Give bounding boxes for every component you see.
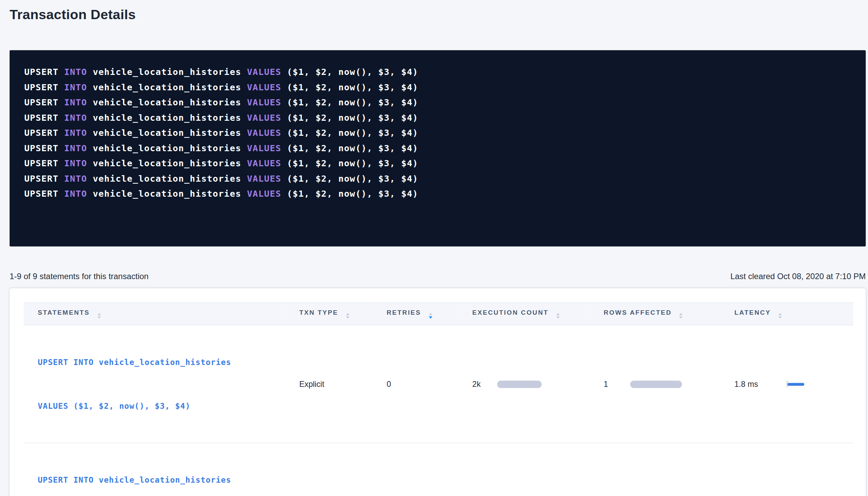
execution-count-cell: 2k [458,325,589,443]
statements-table: Statements Txn Type Retries Execution Co… [24,302,853,496]
table-header-row: Statements Txn Type Retries Execution Co… [24,303,853,325]
statement-link[interactable]: UPSERT INTO vehicle_location_histories V… [38,443,285,496]
column-header[interactable]: Txn Type [285,303,373,325]
sort-arrows-icon[interactable] [429,313,432,319]
sort-arrows-icon[interactable] [556,313,560,319]
column-header[interactable]: Rows Affected [590,303,720,325]
sql-statement-line: UPSERT INTO vehicle_location_histories V… [24,171,851,187]
sort-arrows-icon[interactable] [778,313,782,319]
sql-statement-line: UPSERT INTO vehicle_location_histories V… [24,141,851,156]
sort-arrows-icon[interactable] [346,313,349,319]
sort-arrows-icon[interactable] [97,313,101,319]
sql-statement-line: UPSERT INTO vehicle_location_histories V… [24,110,851,126]
statement-line-1: UPSERT INTO vehicle_location_histories [38,355,285,369]
statement-line-2: VALUES ($1, $2, now(), $3, $4) [38,399,285,414]
statements-table-card: Statements Txn Type Retries Execution Co… [10,288,866,496]
sort-desc-icon[interactable] [556,316,560,319]
sql-statement-line: UPSERT INTO vehicle_location_histories V… [24,156,851,172]
statements-count-text: 1-9 of 9 statements for this transaction [10,271,149,282]
sort-desc-icon[interactable] [97,316,101,319]
column-header-label: Txn Type [299,309,338,316]
column-header[interactable]: Retries [373,303,458,325]
sql-statement-line: UPSERT INTO vehicle_location_histories V… [24,65,851,80]
sort-asc-icon[interactable] [556,313,560,315]
retries-value: 0 [387,380,391,389]
sql-statement-box: UPSERT INTO vehicle_location_histories V… [10,50,866,247]
statement-link[interactable]: UPSERT INTO vehicle_location_histories V… [38,325,285,443]
column-header-label: Statements [38,309,90,316]
table-row: UPSERT INTO vehicle_location_histories V… [24,325,853,443]
latency-value: 1.8 ms [734,380,786,389]
sort-asc-icon[interactable] [429,313,432,315]
column-header[interactable]: Latency [720,303,853,325]
txn-type-value: Explicit [299,380,324,389]
sort-desc-icon[interactable] [679,316,683,319]
column-header[interactable]: Execution Count [458,303,589,325]
page: Transaction Details UPSERT INTO vehicle_… [0,0,868,496]
rows-affected-bar [630,380,682,388]
sql-statement-line: UPSERT INTO vehicle_location_histories V… [24,95,851,111]
sort-asc-icon[interactable] [778,313,782,315]
sql-statement-line: UPSERT INTO vehicle_location_histories V… [24,187,851,202]
statement-cell: UPSERT INTO vehicle_location_histories V… [24,443,285,496]
rows-affected-value: 1 [604,380,630,389]
sql-statement-line: UPSERT INTO vehicle_location_histories V… [24,80,851,95]
sort-asc-icon[interactable] [97,313,101,315]
column-header-label: Latency [734,309,771,316]
sort-desc-icon[interactable] [778,316,782,319]
execution-count-bar [497,380,542,388]
column-header-label: Rows Affected [604,309,672,316]
sort-arrows-icon[interactable] [679,313,683,319]
txn-type-cell: Explicit [285,443,373,496]
retries-cell: 0 [373,443,458,496]
sort-desc-icon[interactable] [346,316,349,319]
execution-count-cell: 2k [458,443,589,496]
latency-cell: 1.7 ms [720,443,853,496]
page-content: Transaction Details UPSERT INTO vehicle_… [0,0,868,496]
last-cleared-text: Last cleared Oct 08, 2020 at 7:10 PM [730,271,866,282]
column-header[interactable]: Statements [24,303,285,325]
sort-desc-icon[interactable] [429,316,432,319]
sort-asc-icon[interactable] [679,313,683,315]
summary-row: 1-9 of 9 statements for this transaction… [10,271,866,282]
rows-affected-cell: 1 [590,325,720,443]
latency-bar [787,383,804,386]
table-row: UPSERT INTO vehicle_location_histories V… [24,443,853,496]
latency-cell: 1.8 ms [720,325,853,443]
sort-asc-icon[interactable] [346,313,349,315]
execution-count-value: 2k [472,380,497,389]
rows-affected-cell: 1 [590,443,720,496]
txn-type-cell: Explicit [285,325,373,443]
statement-cell: UPSERT INTO vehicle_location_histories V… [24,325,285,443]
column-header-label: Retries [387,309,421,316]
column-header-label: Execution Count [472,309,549,316]
sql-statement-line: UPSERT INTO vehicle_location_histories V… [24,126,851,141]
retries-cell: 0 [373,325,458,443]
page-title: Transaction Details [10,5,866,24]
statement-line-1: UPSERT INTO vehicle_location_histories [38,473,285,487]
latency-bar-chart [786,381,804,388]
